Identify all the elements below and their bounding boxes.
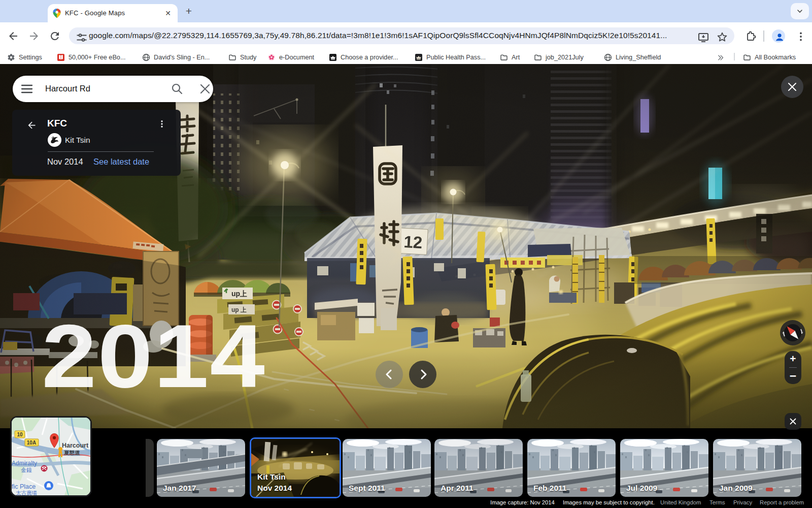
svg-text:10: 10 [17, 432, 23, 437]
svg-text:金鐘: 金鐘 [21, 467, 32, 473]
svg-text:2014: 2014 [42, 306, 266, 406]
svg-text:太古廣場: 太古廣場 [16, 490, 37, 495]
svg-text:Harcourt: Harcourt [62, 442, 89, 449]
svg-text:10A: 10A [27, 440, 36, 446]
svg-text:Admiralty: Admiralty [12, 460, 37, 467]
svg-text:夏慤道: 夏慤道 [63, 450, 80, 456]
svg-text:fic Place: fic Place [12, 483, 36, 490]
